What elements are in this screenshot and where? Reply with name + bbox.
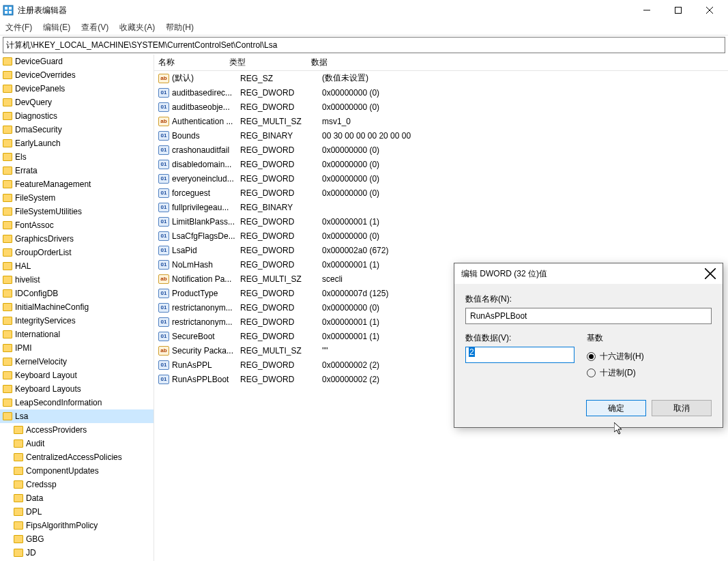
list-row[interactable]: 01auditbaseobje...REG_DWORD0x00000000 (0… <box>154 100 728 114</box>
menu-edit[interactable]: 编辑(E) <box>43 22 70 33</box>
folder-icon <box>3 139 12 147</box>
list-row[interactable]: 01BoundsREG_BINARY00 30 00 00 00 20 00 0… <box>154 128 728 143</box>
list-row[interactable]: 01auditbasedirec...REG_DWORD0x00000000 (… <box>154 85 728 100</box>
column-name[interactable]: 名称 <box>154 57 229 68</box>
tree-item[interactable]: DevQuery <box>0 96 154 109</box>
list-row[interactable]: 01everyoneinclud...REG_DWORD0x00000000 (… <box>154 171 728 186</box>
tree-item[interactable]: Audit <box>0 437 154 450</box>
list-row[interactable]: 01fullprivilegeau...REG_BINARY <box>154 200 728 214</box>
tree-item-label: hivelist <box>15 275 40 285</box>
folder-icon <box>3 153 12 161</box>
tree-item[interactable]: FileSystemUtilities <box>0 205 154 218</box>
folder-icon <box>3 126 12 134</box>
tree-item[interactable]: Keyboard Layout <box>0 369 154 382</box>
tree-item-label: Data <box>26 493 43 503</box>
tree-item[interactable]: Credssp <box>0 478 154 491</box>
list-row[interactable]: 01disabledomain...REG_DWORD0x00000000 (0… <box>154 157 728 171</box>
list-row[interactable]: 01LimitBlankPass...REG_DWORD0x00000001 (… <box>154 214 728 229</box>
tree-item[interactable]: IDConfigDB <box>0 287 154 300</box>
tree-item[interactable]: GroupOrderList <box>0 246 154 259</box>
tree-item[interactable]: AccessProviders <box>0 423 154 437</box>
value-name: auditbasedirec... <box>172 88 240 98</box>
tree-item[interactable]: Errata <box>0 164 154 177</box>
tree-item-selected[interactable]: Lsa <box>0 409 154 423</box>
column-type[interactable]: 类型 <box>229 57 311 68</box>
value-data: 0x00000000 (0) <box>322 174 728 184</box>
binary-value-icon: 01 <box>158 360 169 370</box>
list-row[interactable]: ab(默认)REG_SZ(数值未设置) <box>154 71 728 85</box>
value-type: REG_MULTI_SZ <box>240 274 322 284</box>
menu-favorites[interactable]: 收藏夹(A) <box>119 22 155 33</box>
value-name: Authentication ... <box>172 117 240 126</box>
tree-item[interactable]: FileSystem <box>0 191 154 205</box>
tree-item[interactable]: JD <box>0 546 154 560</box>
ok-button[interactable]: 确定 <box>586 400 646 416</box>
value-data-label: 数值数据(V): <box>465 332 574 344</box>
value-name: RunAsPPL <box>172 360 240 370</box>
binary-value-icon: 01 <box>158 332 169 341</box>
menu-view[interactable]: 查看(V) <box>81 22 108 33</box>
tree-item[interactable]: FipsAlgorithmPolicy <box>0 519 154 532</box>
tree-item[interactable]: HAL <box>0 259 154 273</box>
dialog-close-button[interactable] <box>705 268 716 279</box>
tree-pane[interactable]: DeviceGuardDeviceOverridesDevicePanelsDe… <box>0 55 154 561</box>
folder-icon <box>3 344 12 352</box>
tree-item[interactable]: GBG <box>0 532 154 546</box>
tree-item[interactable]: DeviceOverrides <box>0 68 154 82</box>
address-bar[interactable]: 计算机\HKEY_LOCAL_MACHINE\SYSTEM\CurrentCon… <box>3 37 725 53</box>
list-row[interactable]: 01forceguestREG_DWORD0x00000000 (0) <box>154 186 728 200</box>
tree-item[interactable]: LeapSecondInformation <box>0 396 154 409</box>
tree-item[interactable]: Diagnostics <box>0 109 154 123</box>
dialog-titlebar[interactable]: 编辑 DWORD (32 位)值 <box>454 263 723 284</box>
list-row[interactable]: abAuthentication ...REG_MULTI_SZmsv1_0 <box>154 114 728 128</box>
tree-item[interactable]: CentralizedAccessPolicies <box>0 450 154 464</box>
tree-item[interactable]: DeviceGuard <box>0 55 154 68</box>
tree-item[interactable]: KernelVelocity <box>0 355 154 369</box>
tree-item[interactable]: ComponentUpdates <box>0 464 154 478</box>
radio-dec[interactable]: 十进制(D) <box>587 364 712 381</box>
value-type: REG_DWORD <box>240 102 322 112</box>
column-data[interactable]: 数据 <box>311 57 728 68</box>
tree-item-label: CentralizedAccessPolicies <box>26 452 122 462</box>
menu-file[interactable]: 文件(F) <box>5 22 32 33</box>
tree-item[interactable]: Data <box>0 491 154 505</box>
value-type: REG_DWORD <box>240 260 322 270</box>
tree-item[interactable]: EarlyLaunch <box>0 136 154 150</box>
value-name: disabledomain... <box>172 160 240 169</box>
list-row[interactable]: 01crashonauditfailREG_DWORD0x00000000 (0… <box>154 143 728 157</box>
tree-item[interactable]: hivelist <box>0 273 154 287</box>
value-name: Notification Pa... <box>172 274 240 284</box>
tree-item[interactable]: DPL <box>0 505 154 519</box>
tree-item[interactable]: IntegrityServices <box>0 314 154 328</box>
tree-item-label: GBG <box>26 534 44 544</box>
tree-item[interactable]: Els <box>0 150 154 164</box>
tree-item[interactable]: DmaSecurity <box>0 123 154 136</box>
list-row[interactable]: 01LsaCfgFlagsDe...REG_DWORD0x00000000 (0… <box>154 229 728 243</box>
cancel-button[interactable]: 取消 <box>652 400 712 416</box>
folder-icon <box>3 98 12 106</box>
folder-icon <box>14 535 23 543</box>
maximize-button[interactable] <box>663 0 694 20</box>
value-data-input[interactable]: 2 <box>465 347 574 363</box>
tree-item-label: DPL <box>26 507 42 517</box>
radio-hex[interactable]: 十六进制(H) <box>587 348 712 364</box>
tree-item[interactable]: Keyboard Layouts <box>0 382 154 396</box>
close-button[interactable] <box>694 0 725 20</box>
folder-icon <box>14 508 23 516</box>
folder-icon <box>3 289 12 298</box>
tree-item[interactable]: DevicePanels <box>0 82 154 96</box>
tree-item[interactable]: International <box>0 328 154 341</box>
tree-item[interactable]: IPMI <box>0 341 154 355</box>
minimize-icon <box>643 7 650 14</box>
tree-item[interactable]: FeatureManagement <box>0 177 154 191</box>
tree-item[interactable]: InitialMachineConfig <box>0 300 154 314</box>
list-row[interactable]: 01LsaPidREG_DWORD0x000002a0 (672) <box>154 243 728 257</box>
tree-item-label: DeviceGuard <box>15 57 63 66</box>
value-type: REG_BINARY <box>240 131 322 141</box>
tree-item[interactable]: GraphicsDrivers <box>0 232 154 246</box>
minimize-button[interactable] <box>631 0 663 20</box>
tree-item[interactable]: FontAssoc <box>0 218 154 232</box>
value-name-input[interactable] <box>465 308 712 324</box>
value-name: Bounds <box>172 131 240 141</box>
menu-help[interactable]: 帮助(H) <box>166 22 194 33</box>
